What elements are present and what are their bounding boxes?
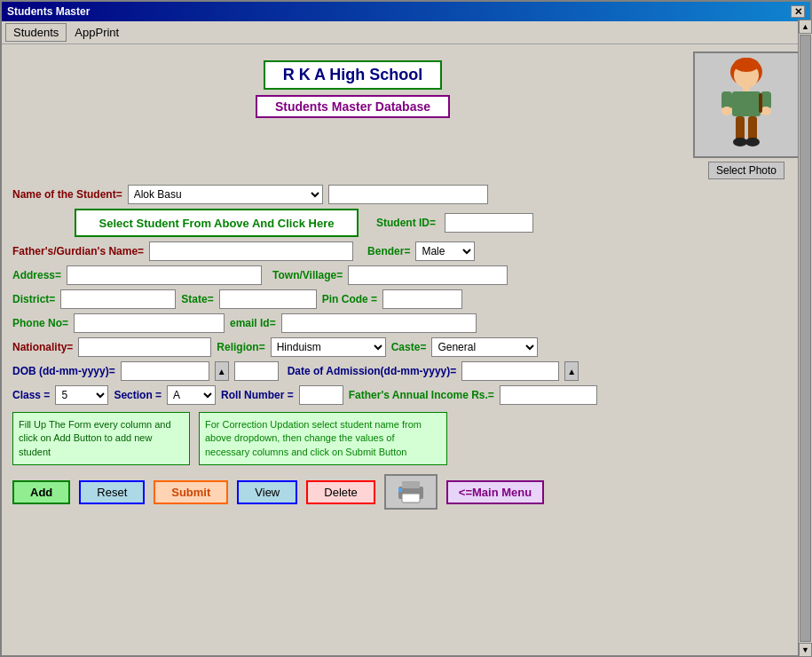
scroll-down-button[interactable]: ▼ — [799, 643, 812, 657]
district-label: District= — [12, 293, 55, 305]
select-student-button[interactable]: Select Student From Above And Click Here — [75, 209, 359, 237]
religion-select[interactable]: HinduismIslamChristianitySikhism — [271, 337, 386, 357]
nationality-label: Nationality= — [12, 341, 73, 353]
scrollbar: ▲ ▼ — [798, 20, 812, 657]
dob-spinner[interactable]: ▲ — [215, 361, 229, 381]
school-info: R K A High School Students Master Databa… — [12, 60, 693, 118]
select-photo-button[interactable]: Select Photo — [708, 162, 784, 179]
menu-students[interactable]: Students — [5, 23, 67, 42]
svg-rect-17 — [398, 488, 402, 492]
nationality-input[interactable]: Indian — [78, 337, 211, 357]
photo-section: Select Photo — [693, 51, 800, 179]
roll-label: Roll Number = — [221, 389, 294, 401]
gender-select[interactable]: MaleFemaleOther — [415, 241, 475, 261]
svg-rect-9 — [736, 116, 745, 141]
state-label: State= — [181, 293, 213, 305]
phone-row: Phone No= 7765434212 email Id= ghoraj@gm… — [12, 313, 800, 333]
admission-input[interactable]: 07-01-2022 — [461, 361, 559, 381]
submit-info-box: For Correction Updation select student n… — [199, 412, 447, 465]
form-section: Name of the Student= Alok Basu Rahul Das… — [12, 185, 800, 405]
name-row: Name of the Student= Alok Basu Rahul Das… — [12, 185, 800, 204]
class-label: Class = — [12, 389, 50, 401]
section-select[interactable]: ABCD — [167, 385, 216, 405]
name-label: Name of the Student= — [12, 188, 122, 201]
religion-label: Religion= — [217, 341, 264, 353]
photo-box — [693, 51, 800, 158]
gender-label: Bender= — [367, 245, 410, 257]
email-label: email Id= — [230, 317, 276, 329]
father-label: Father's/Gurdian's Name= — [12, 245, 144, 257]
student-avatar — [711, 56, 782, 154]
email-input[interactable]: ghoraj@gmail.com — [281, 313, 477, 333]
student-id-input[interactable]: 202210004 — [445, 213, 533, 233]
income-input[interactable]: 878047 — [500, 385, 597, 405]
select-btn-row: Select Student From Above And Click Here… — [12, 209, 800, 237]
svg-rect-15 — [402, 481, 420, 488]
svg-point-11 — [733, 138, 747, 146]
school-name-box: R K A High School — [264, 60, 443, 90]
main-content: R K A High School Students Master Databa… — [2, 44, 810, 655]
svg-rect-10 — [748, 116, 757, 141]
phone-input[interactable]: 7765434212 — [74, 313, 225, 333]
scroll-thumb — [800, 35, 811, 642]
svg-rect-3 — [743, 86, 750, 91]
caste-label: Caste= — [391, 341, 427, 353]
main-window: Students Master ✕ Students AppPrint R K … — [0, 0, 812, 657]
add-button[interactable]: Add — [12, 480, 70, 504]
section-label: Section = — [114, 389, 162, 401]
svg-point-2 — [734, 58, 759, 72]
class-row: Class = 51234678910 Section = ABCD Roll … — [12, 385, 800, 405]
father-name-input[interactable]: Gora Chand Sarkar — [149, 241, 353, 261]
nationality-row: Nationality= Indian Religion= HinduismIs… — [12, 337, 800, 357]
svg-rect-13 — [759, 93, 762, 113]
db-name: Students Master Database — [275, 99, 430, 114]
menu-bar: Students AppPrint — [2, 21, 810, 44]
photo-path-input[interactable]: C:\SchoolMag\Sh.jpg — [328, 185, 488, 204]
school-name: R K A High School — [283, 66, 423, 84]
button-row: Add Reset Submit View Delete <=Main Menu — [12, 474, 800, 510]
class-select[interactable]: 51234678910 — [55, 385, 108, 405]
dob-row: DOB (dd-mm-yyyy)= 02-01-2011 ▲ 11 Date o… — [12, 361, 800, 381]
print-button[interactable] — [384, 474, 438, 510]
admission-spinner[interactable]: ▲ — [564, 361, 579, 381]
header-section: R K A High School Students Master Databa… — [12, 51, 800, 179]
pincode-input[interactable]: 712235 — [382, 289, 462, 309]
dob-age-input[interactable]: 11 — [234, 361, 279, 381]
printer-icon — [395, 479, 427, 504]
admission-label: Date of Admission(dd-mm-yyyy)= — [288, 365, 457, 377]
reset-button[interactable]: Reset — [79, 480, 145, 504]
address-label: Address= — [12, 269, 61, 281]
menu-appprint[interactable]: AppPrint — [67, 23, 127, 42]
student-id-label: Student ID= — [376, 217, 436, 229]
student-name-select[interactable]: Alok Basu Rahul Das Priya Singh — [128, 185, 323, 204]
dob-input[interactable]: 02-01-2011 — [121, 361, 209, 381]
phone-label: Phone No= — [12, 317, 68, 329]
add-info-box: Fill Up The Form every column and click … — [12, 412, 190, 465]
state-input[interactable]: West Bengal — [219, 289, 317, 309]
roll-input[interactable]: 1 — [299, 385, 343, 405]
income-label: Father's Annual Income Rs.= — [349, 389, 494, 401]
town-label: Town/Village= — [272, 269, 343, 281]
delete-button[interactable]: Delete — [306, 480, 375, 504]
district-input[interactable]: Hooghly — [60, 289, 176, 309]
view-button[interactable]: View — [237, 480, 297, 504]
close-button[interactable]: ✕ — [791, 5, 805, 18]
father-row: Father's/Gurdian's Name= Gora Chand Sark… — [12, 241, 800, 261]
svg-point-7 — [721, 107, 732, 115]
pincode-label: Pin Code = — [322, 293, 377, 305]
svg-point-12 — [745, 138, 760, 146]
svg-rect-16 — [402, 494, 420, 503]
window-title: Students Master — [7, 5, 90, 18]
submit-button[interactable]: Submit — [154, 480, 228, 504]
title-bar: Students Master ✕ — [2, 2, 810, 21]
db-name-box: Students Master Database — [256, 95, 450, 118]
caste-select[interactable]: GeneralOBCSCST — [431, 337, 538, 357]
town-input[interactable]: Konnagar — [348, 265, 508, 285]
district-row: District= Hooghly State= West Bengal Pin… — [12, 289, 800, 309]
address-input[interactable]: 75 Criper Road — [67, 265, 262, 285]
main-menu-button[interactable]: <=Main Menu — [446, 480, 544, 504]
bottom-section: Fill Up The Form every column and click … — [12, 412, 800, 465]
scroll-up-button[interactable]: ▲ — [799, 20, 812, 34]
dob-label: DOB (dd-mm-yyyy)= — [12, 365, 115, 377]
address-row: Address= 75 Criper Road Town/Village= Ko… — [12, 265, 800, 285]
